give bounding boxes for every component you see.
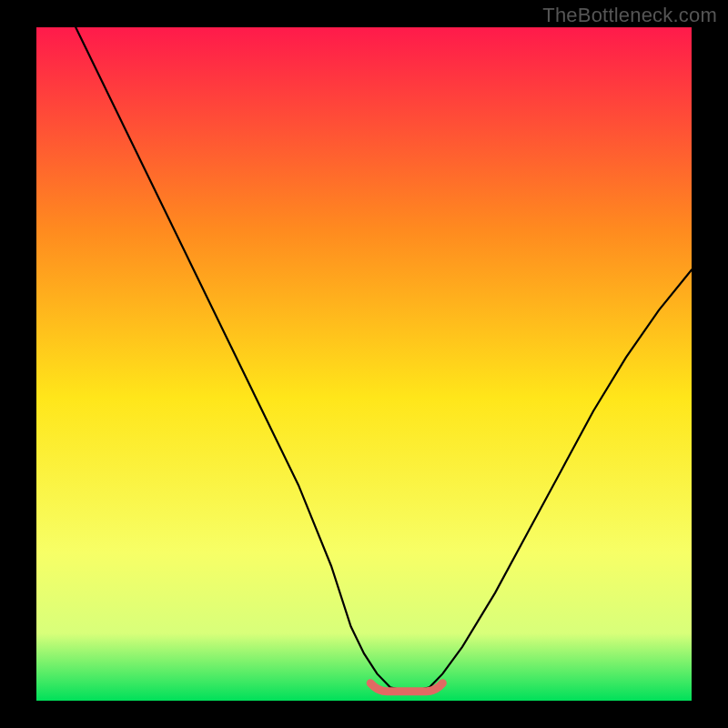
watermark-text: TheBottleneck.com <box>542 4 717 27</box>
chart-frame: TheBottleneck.com <box>0 0 728 728</box>
bottleneck-chart <box>36 27 692 701</box>
plot-area <box>36 27 692 701</box>
gradient-background <box>36 27 692 701</box>
